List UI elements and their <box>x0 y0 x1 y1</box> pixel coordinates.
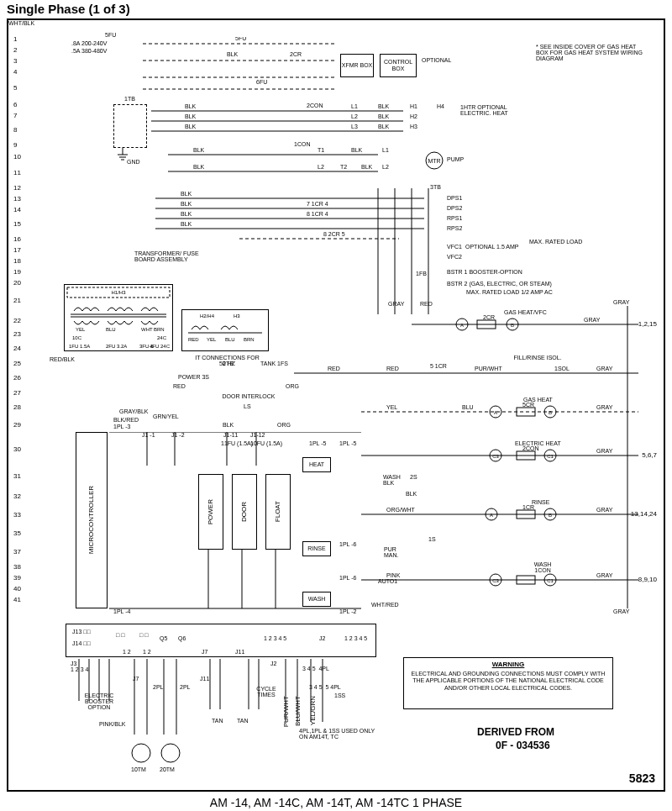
svg-text:C1: C1 <box>547 578 554 583</box>
auto1-label: AUTO1 <box>378 578 397 584</box>
svg-text:A: A <box>490 513 493 518</box>
row-27: 27 <box>13 387 21 398</box>
svg-text:BLU: BLU <box>225 337 235 342</box>
pl2a: 2PL <box>153 684 163 690</box>
row-numbers-left: 1 2 3 4 5 6 7 8 9 10 11 12 13 14 15 16 1… <box>13 34 21 605</box>
svg-text:4FU 24C: 4FU 24C <box>150 344 171 349</box>
fill-rinse-row: RED RED 5 1CR PUR/WHT 1SOL GRAY <box>294 363 655 383</box>
row-18: 18 <box>13 255 21 266</box>
svg-text:J7: J7 <box>202 649 208 655</box>
svg-text:L2: L2 <box>382 164 389 170</box>
svg-text:□ □: □ □ <box>116 632 125 638</box>
row-19: 19 <box>13 266 21 277</box>
svg-text:ORG/WHT: ORG/WHT <box>386 507 416 513</box>
max-load: MAX. RATED LOAD <box>529 239 582 245</box>
svg-text:2CON: 2CON <box>522 445 538 451</box>
svg-text:1 2: 1 2 <box>123 649 131 655</box>
fill-rinse-isol-label: FILL/RINSE ISOL. <box>512 355 563 361</box>
wht-blk-label: WHT/BLK <box>8 20 34 26</box>
diagram-frame: 1 2 3 4 5 6 7 8 9 10 11 12 13 14 15 16 1… <box>7 18 665 792</box>
svg-text:J2: J2 <box>319 635 326 641</box>
svg-text:H2: H2 <box>410 113 417 119</box>
row-39: 39 <box>13 572 21 583</box>
tb-1-dashbox <box>113 104 147 148</box>
derived-from-code: 0F - 034536 <box>496 740 550 751</box>
bstr1-label: BSTR 1 BOOSTER-OPTION <box>447 269 522 275</box>
svg-text:2CR: 2CR <box>483 314 495 320</box>
tan-label: TAN <box>212 718 223 724</box>
svg-text:5FU: 5FU <box>235 37 246 41</box>
svg-text:BLK: BLK <box>181 191 192 197</box>
svg-text:Q6: Q6 <box>178 635 186 642</box>
connector-strip-icon: J13 □□ J14 □□ 1 2 1 2 □ □ □ □ Q5 Q6 J7 J… <box>67 625 375 656</box>
svg-text:BLK: BLK <box>181 201 192 207</box>
org-label-mid: ORG <box>277 422 291 428</box>
svg-point-166 <box>161 744 180 762</box>
row-13: 13 <box>13 193 21 204</box>
svg-text:Q5: Q5 <box>160 635 167 642</box>
warning-title: WARNING <box>407 661 609 669</box>
ipl-3-label: 1PL -3 <box>113 424 130 429</box>
spl-345: 3 4 5 5 4PL <box>309 684 341 690</box>
svg-text:BLU: BLU <box>462 404 474 410</box>
pl2b: 2PL <box>180 684 190 690</box>
tb-2tb-label: 2TB <box>223 361 234 366</box>
svg-text:GRAY: GRAY <box>596 404 613 410</box>
gray-label-top: GRAY <box>613 299 629 305</box>
rinse-row: ORG/WHT A 1CR B GRAY <box>361 504 655 524</box>
svg-text:H1: H1 <box>410 103 417 109</box>
svg-text:A: A <box>494 410 497 415</box>
row-8: 8 <box>13 121 21 140</box>
pur-man-label: PUR MAN. <box>384 546 409 558</box>
gray-label-bot: GRAY <box>613 608 629 614</box>
row-11: 11 <box>13 164 21 182</box>
row-20: 20 <box>13 277 21 288</box>
drawing-number: 5823 <box>629 772 655 785</box>
ls-label: LS <box>244 403 251 409</box>
s2-label: 2S <box>410 474 417 480</box>
row-14: 14 <box>13 204 21 215</box>
warning-body: ELECTRICAL AND GROUNDING CONNECTIONS MUS… <box>407 671 609 692</box>
svg-text:L2: L2 <box>351 113 358 119</box>
row-ref-4: 8,9,10 <box>638 576 657 583</box>
tm20-label: 20TM <box>160 766 175 772</box>
blk-label-mid: BLK <box>223 422 234 428</box>
cycle-times-label: CYCLE TIMES <box>252 686 281 698</box>
vfc1-note: OPTIONAL 1.5 AMP <box>465 244 519 250</box>
row-29: 29 <box>13 417 21 434</box>
svg-text:BLK: BLK <box>351 147 363 153</box>
svg-text:YEL: YEL <box>386 404 397 410</box>
svg-text:1FU 1.5A: 1FU 1.5A <box>69 344 90 349</box>
row-30: 30 <box>13 434 21 466</box>
svg-text:C3: C3 <box>492 454 499 459</box>
svg-point-165 <box>132 744 150 762</box>
row-40: 40 <box>13 583 21 594</box>
svg-text:YEL: YEL <box>76 327 86 332</box>
svg-text:BLU: BLU <box>106 327 116 332</box>
svg-text:8  1CR  4: 8 1CR 4 <box>307 211 328 217</box>
caption: AM -14, AM -14C, AM -14T, AM -14TC 1 PHA… <box>0 796 672 809</box>
svg-text:C1: C1 <box>547 454 554 459</box>
row-31: 31 <box>13 466 21 487</box>
row-5: 5 <box>13 77 21 99</box>
mcu-wires <box>109 432 361 625</box>
xfmr-assembly-label: TRANSFORMER/ FUSE BOARD ASSEMBLY <box>134 250 202 262</box>
gnd-icon <box>116 148 129 163</box>
svg-text:BLK: BLK <box>378 103 390 109</box>
row-32: 32 <box>13 487 21 506</box>
svg-text:BLK: BLK <box>378 124 390 129</box>
pump-label: PUMP <box>447 156 464 162</box>
svg-text:PUR/WHT: PUR/WHT <box>475 366 502 371</box>
pur-wht-rot: PUR/WHT <box>282 696 290 730</box>
footnote-4pl: 4PL,1PL & 1SS USED ONLY ON AM14T, TC <box>299 728 383 740</box>
svg-text:GRAY: GRAY <box>596 366 613 371</box>
svg-text:T1: T1 <box>318 147 324 153</box>
svg-text:MTR: MTR <box>428 158 440 164</box>
iss-label: 1SS <box>334 693 345 698</box>
row-17: 17 <box>13 245 21 255</box>
svg-text:BRN: BRN <box>244 337 255 342</box>
svg-text:□ □: □ □ <box>139 632 149 638</box>
row-12: 12 <box>13 182 21 193</box>
row-23: 23 <box>13 329 21 340</box>
svg-text:T2: T2 <box>340 164 347 170</box>
